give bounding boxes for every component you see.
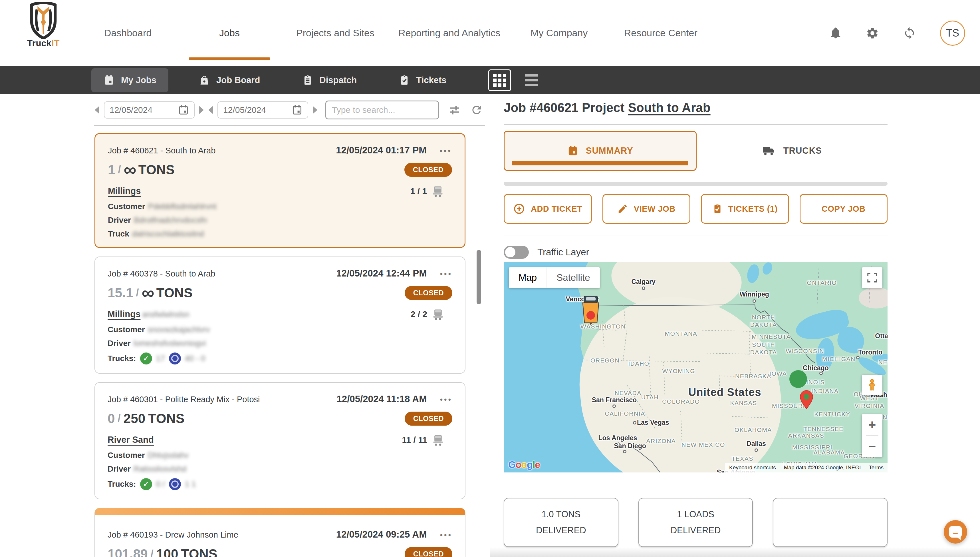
field-label: Customer [108,202,145,211]
tons-unit: TONS [138,162,175,178]
project-link[interactable]: South to Arab [628,101,710,114]
detail-tabs: SUMMARYTRUCKS [504,131,888,171]
tons-capacity: 250 [123,411,146,426]
calendar-icon[interactable] [178,104,189,116]
gear-icon[interactable] [866,26,879,40]
avatar[interactable]: TS [940,21,965,46]
zoom-in-button[interactable]: + [862,414,883,435]
top-nav-item-projects-and-sites[interactable]: Projects and Sites [280,0,390,66]
destination-pin[interactable] [800,388,813,413]
truck-marker[interactable] [580,295,602,326]
card-head: Job # 460378 - South to Arab12/05/2024 1… [107,268,452,279]
terms-link[interactable]: Terms [865,463,888,472]
tons-progress: 101.89/100TONS [107,546,405,557]
top-nav-item-label: Reporting and Analytics [398,26,500,40]
tons-separator: / [136,287,139,299]
material-link[interactable]: Millings [107,309,140,319]
sub-nav-item-job-board[interactable]: Job Board [187,68,272,92]
date-from-input[interactable]: 12/05/2024 [104,101,195,119]
list-view-icon[interactable] [525,74,538,86]
job-card[interactable]: Job # 460378 - South to Arab12/05/2024 1… [94,257,466,374]
actions-divider [504,235,888,235]
tab-summary[interactable]: SUMMARY [504,131,697,171]
material-link[interactable]: River Sand [107,435,154,445]
fullscreen-icon[interactable] [862,267,883,288]
calendar-icon[interactable] [292,104,302,116]
sub-nav-items: My JobsJob BoardDispatchTickets [91,68,477,92]
copy-job-button[interactable]: COPY JOB [800,194,888,224]
field-label: Customer [107,451,145,460]
top-nav-item-dashboard[interactable]: Dashboard [77,0,178,66]
sync-icon[interactable] [903,26,916,40]
keyboard-shortcuts-link[interactable]: Keyboard shortcuts [725,463,780,472]
status-badge: CLOSED [405,412,452,426]
filter-tune-icon[interactable] [449,104,461,116]
sub-nav-item-my-jobs[interactable]: My Jobs [91,68,169,92]
field-value-redacted: Ratissilosvlshd [133,464,187,474]
sub-nav-item-dispatch[interactable]: Dispatch [290,68,369,92]
stats-row: 1.0 TONSDELIVERED1 LOADSDELIVERED [504,498,888,547]
sub-nav-item-label: Tickets [416,75,446,85]
job-detail-panel: Job #460621 Project South to Arab SUMMAR… [490,94,980,557]
status-badge: CLOSED [404,163,452,177]
tons-progress: 0/250TONS [107,411,405,426]
refresh-icon[interactable] [470,104,483,116]
search-input[interactable] [325,101,439,119]
add-ticket-button[interactable]: ADD TICKET [504,194,592,224]
date-from-prev-icon[interactable] [95,106,99,114]
date-to-prev-icon[interactable] [208,106,213,114]
google-logo-letter: G [508,459,515,470]
cluster-marker[interactable] [789,370,807,388]
truckit-logo[interactable]: TruckIT [21,2,66,48]
action-button-label: ADD TICKET [531,204,582,214]
card-material-row: River Sand11 / 11 [107,433,452,446]
tickets-1-button[interactable]: TICKETS (1) [701,194,789,224]
top-nav-item-label: Dashboard [104,26,151,40]
list-scrollbar[interactable] [477,250,481,304]
sub-nav-item-tickets[interactable]: Tickets [387,68,458,92]
tab-trucks[interactable]: TRUCKS [697,131,888,171]
top-nav-item-resource-center[interactable]: Resource Center [610,0,711,66]
top-nav-item-my-company[interactable]: My Company [508,0,610,66]
map-type-map[interactable]: Map [509,267,547,288]
date-to-input[interactable]: 12/05/2024 [217,101,308,119]
tabs-divider [504,182,888,186]
chat-button[interactable] [944,520,967,544]
field-label: Driver [108,216,131,225]
map-canvas[interactable]: CalgaryWinnipegONTARIOVancouverWASHINGTO… [504,262,888,472]
loads-count: 2 / 2 [410,308,445,321]
job-card-title: Job # 460301 - Politte Ready Mix - Potos… [107,395,336,404]
tons-unit: TONS [181,546,217,557]
stat-value: 1 LOADS [677,509,714,520]
date-to-next-icon[interactable] [313,106,317,114]
zoom-out-button[interactable]: − [862,436,883,457]
date-from-next-icon[interactable] [199,106,204,114]
card-tons-row: 15.1/∞TONSCLOSED [107,285,452,300]
map-type-satellite[interactable]: Satellite [547,267,600,288]
card-menu-icon[interactable]: ••• [440,533,452,537]
clock-circle-icon [169,478,181,490]
top-nav: TruckIT DashboardJobsProjects and SitesR… [0,0,980,66]
view-job-button[interactable]: VIEW JOB [602,194,691,224]
card-menu-icon[interactable]: ••• [440,148,452,153]
job-card[interactable]: Job # 460301 - Politte Ready Mix - Potos… [94,382,466,499]
job-card[interactable]: Job # 460193 - Drew Johnson Lime12/05/20… [94,508,466,557]
job-card[interactable]: Job # 460621 - South to Arab12/05/2024 0… [94,133,466,248]
card-menu-icon[interactable]: ••• [440,397,452,402]
bell-icon[interactable] [829,27,842,39]
top-nav-item-jobs[interactable]: Jobs [178,0,280,66]
card-field-driver: DriverRatissilosvlshd [107,464,452,474]
view-buttons [488,69,538,91]
map-data-text[interactable]: Map data ©2024 Google, INEGI [780,463,865,472]
pegman-icon[interactable] [862,375,883,395]
traffic-layer-toggle[interactable] [504,246,529,259]
tons-separator: / [151,548,154,557]
pencil-icon [617,204,628,214]
google-logo[interactable]: Google [508,459,540,470]
clock-circle-icon [169,352,181,365]
card-menu-icon[interactable]: ••• [440,272,452,276]
grid-view-icon[interactable] [488,69,511,91]
calendar-filled-icon [103,75,115,86]
material-link[interactable]: Millings [108,186,141,196]
top-nav-item-reporting-and-analytics[interactable]: Reporting and Analytics [390,0,508,66]
